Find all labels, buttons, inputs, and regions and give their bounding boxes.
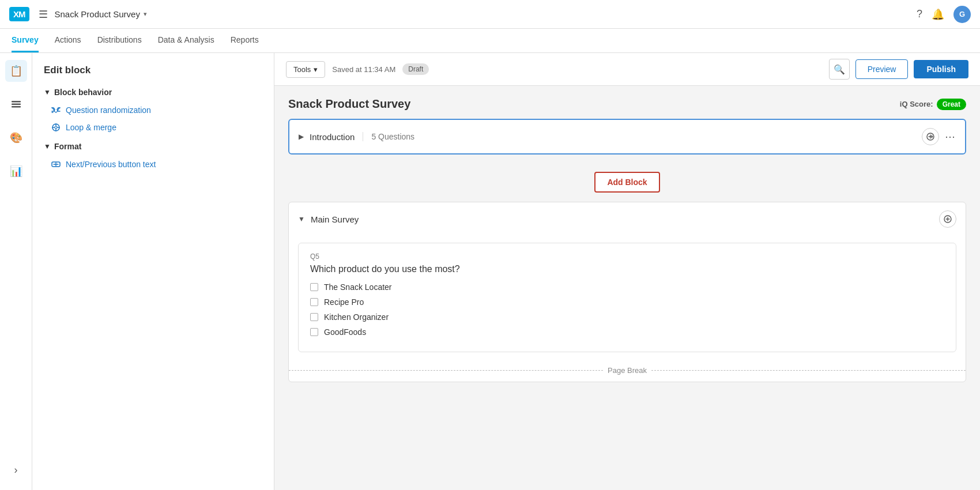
survey-content: Snack Product Survey iQ Score: Great ▶ I… <box>274 86 980 402</box>
subnav-distributions[interactable]: Distributions <box>97 29 142 52</box>
survey-name-header: Snack Product Survey iQ Score: Great <box>288 97 966 111</box>
subnav-actions[interactable]: Actions <box>55 29 81 52</box>
svg-rect-1 <box>12 104 21 105</box>
sidebar-survey-icon[interactable]: 📋 <box>5 60 27 82</box>
checkbox-recipe-pro[interactable] <box>310 298 318 306</box>
content-area: Tools ▾ Saved at 11:34 AM Draft 🔍 Previe… <box>274 53 980 490</box>
preview-button[interactable]: Preview <box>855 59 909 79</box>
option-label-0: The Snack Locater <box>324 282 392 292</box>
question-randomization-label: Question randomization <box>66 105 151 115</box>
question-randomization-item[interactable]: Question randomization <box>51 105 262 115</box>
introduction-block-header: ▶ Introduction 5 Questions ⋯ <box>289 120 965 153</box>
format-arrow: ▼ <box>44 142 51 150</box>
main-survey-block-name: Main Survey <box>311 214 359 224</box>
sidebar-expand-icon[interactable]: › <box>5 459 27 481</box>
option-goodfoods: GoodFoods <box>310 327 944 337</box>
main-survey-randomize-btn[interactable] <box>939 210 956 228</box>
introduction-randomize-btn[interactable] <box>922 128 939 145</box>
sub-nav: Survey Actions Distributions Data & Anal… <box>0 29 980 53</box>
main-survey-block: ▼ Main Survey Q5 Which product <box>288 202 966 382</box>
toolbar-right: 🔍 Preview Publish <box>829 59 968 80</box>
main-survey-actions <box>939 210 956 228</box>
main-survey-block-header: ▼ Main Survey <box>289 202 966 236</box>
page-break-label: Page Break <box>608 366 647 375</box>
survey-title-bar: Snack Product Survey ▾ <box>55 9 147 19</box>
help-icon[interactable]: ? <box>917 8 922 20</box>
left-panel-title: Edit block <box>44 65 262 76</box>
page-break-line-right <box>651 370 966 371</box>
loop-merge-item[interactable]: Loop & merge <box>51 122 262 133</box>
checkbox-goodfoods[interactable] <box>310 328 318 336</box>
subnav-survey[interactable]: Survey <box>12 29 39 52</box>
svg-point-4 <box>55 126 57 129</box>
publish-button[interactable]: Publish <box>914 60 968 78</box>
question-text: Which product do you use the most? <box>310 264 944 274</box>
option-recipe-pro: Recipe Pro <box>310 297 944 307</box>
loop-merge-icon <box>51 122 61 133</box>
question-id: Q5 <box>310 252 944 261</box>
sidebar-chart-icon[interactable]: 📊 <box>5 160 27 182</box>
search-button[interactable]: 🔍 <box>829 59 850 80</box>
format-header[interactable]: ▼ Format <box>44 142 262 151</box>
tools-chevron-icon: ▾ <box>314 65 318 74</box>
iq-score-badge: Great <box>937 99 966 110</box>
option-label-3: GoodFoods <box>324 327 366 337</box>
block-behavior-header[interactable]: ▼ Block behavior <box>44 88 262 97</box>
page-break-line-left <box>289 370 603 371</box>
survey-title: Snack Product Survey <box>55 9 140 19</box>
introduction-block: ▶ Introduction 5 Questions ⋯ <box>288 119 966 154</box>
subnav-data-analysis[interactable]: Data & Analysis <box>158 29 214 52</box>
survey-name-title: Snack Product Survey <box>288 97 410 111</box>
introduction-toggle[interactable]: ▶ <box>299 133 304 141</box>
icon-sidebar: 📋 🎨 📊 › <box>0 53 32 490</box>
hamburger-icon[interactable]: ☰ <box>39 8 48 21</box>
main-survey-toggle[interactable]: ▼ <box>298 215 305 223</box>
subnav-reports[interactable]: Reports <box>231 29 259 52</box>
xm-logo: XM <box>9 7 29 21</box>
introduction-block-count: 5 Questions <box>363 132 414 141</box>
tools-button[interactable]: Tools ▾ <box>286 61 325 78</box>
format-label: Format <box>54 142 81 151</box>
next-prev-button-item[interactable]: Next/Previous button text <box>51 159 262 169</box>
introduction-more-btn[interactable]: ⋯ <box>945 130 956 143</box>
randomize-icon <box>51 105 61 115</box>
question-card-q5: Q5 Which product do you use the most? Th… <box>298 243 956 352</box>
left-panel: Edit block ▼ Block behavior Question ran… <box>32 53 274 490</box>
saved-status: Saved at 11:34 AM <box>332 65 395 74</box>
add-block-container: Add Block <box>288 163 966 202</box>
loop-merge-label: Loop & merge <box>66 123 116 132</box>
notification-icon[interactable]: 🔔 <box>932 8 944 21</box>
next-prev-label: Next/Previous button text <box>66 160 156 169</box>
option-kitchen-organizer: Kitchen Organizer <box>310 312 944 322</box>
user-avatar[interactable]: G <box>953 6 971 23</box>
sidebar-layout-icon[interactable] <box>5 93 27 115</box>
iq-score-label: iQ Score: <box>900 100 933 108</box>
option-label-1: Recipe Pro <box>324 297 364 307</box>
toolbar: Tools ▾ Saved at 11:34 AM Draft 🔍 Previe… <box>274 53 980 86</box>
introduction-block-name: Introduction <box>310 132 355 142</box>
draft-badge: Draft <box>402 63 429 75</box>
checkbox-kitchen-organizer[interactable] <box>310 313 318 321</box>
svg-rect-2 <box>12 106 21 108</box>
page-break: Page Break <box>289 359 966 382</box>
sidebar-paint-icon[interactable]: 🎨 <box>5 127 27 149</box>
top-bar: XM ☰ Snack Product Survey ▾ ? 🔔 G <box>0 0 980 29</box>
expand-arrow: › <box>14 464 18 476</box>
checkbox-snack-locater[interactable] <box>310 283 318 291</box>
iq-score-container: iQ Score: Great <box>900 99 966 110</box>
top-bar-right: ? 🔔 G <box>917 6 971 23</box>
block-behavior-label: Block behavior <box>54 88 112 97</box>
chevron-down-icon[interactable]: ▾ <box>144 10 147 18</box>
option-label-2: Kitchen Organizer <box>324 312 389 322</box>
block-behavior-arrow: ▼ <box>44 88 51 96</box>
main-layout: 📋 🎨 📊 › Edit block ▼ Block behavior <box>0 53 980 490</box>
option-snack-locater: The Snack Locater <box>310 282 944 292</box>
add-block-button[interactable]: Add Block <box>594 172 659 193</box>
svg-rect-0 <box>12 101 21 103</box>
button-text-icon <box>51 159 61 169</box>
tools-label: Tools <box>293 65 311 74</box>
introduction-block-actions: ⋯ <box>922 128 956 145</box>
